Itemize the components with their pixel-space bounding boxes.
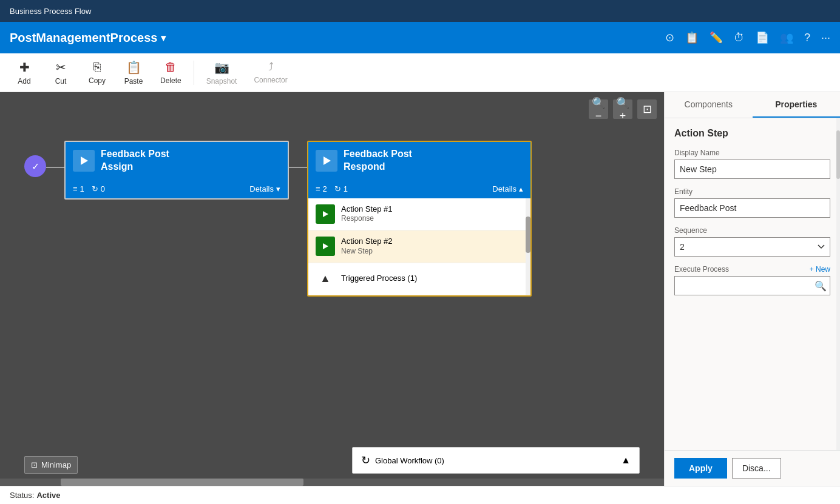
start-node-icon: ✓ bbox=[32, 161, 39, 172]
more-icon[interactable]: ··· bbox=[821, 32, 830, 44]
stage-1-conditions-count: 0 bbox=[101, 184, 105, 193]
sequence-select[interactable]: 2 1 3 bbox=[674, 237, 830, 257]
toolbar-separator-1 bbox=[194, 61, 194, 85]
section-title: Action Step bbox=[674, 128, 830, 139]
step-item-3[interactable]: ▲ Triggered Process (1) bbox=[308, 263, 530, 295]
minimap-label: Minimap bbox=[41, 460, 71, 469]
svg-marker-0 bbox=[81, 156, 88, 165]
step-item-2[interactable]: Action Step #2 New Step bbox=[308, 230, 530, 263]
validate-icon[interactable]: ⊙ bbox=[665, 31, 674, 44]
status-bar: Status: Active bbox=[0, 486, 840, 504]
stage-card-2[interactable]: Feedback PostRespond ≡ 2 ↻ 1 Details ▴ bbox=[307, 141, 532, 297]
stage-1-conditions-stat: ↻ 0 bbox=[92, 184, 105, 193]
clipboard-icon[interactable]: 📋 bbox=[685, 31, 699, 44]
stage-2-details-button[interactable]: Details ▴ bbox=[492, 184, 523, 193]
status-value: Active bbox=[36, 491, 60, 500]
canvas[interactable]: 🔍− 🔍+ ⊡ ✓ bbox=[0, 92, 664, 486]
stage-1-steps-stat: ≡ 1 bbox=[73, 184, 84, 193]
stage-2-conditions-count: 1 bbox=[344, 184, 348, 193]
snapshot-button[interactable]: 📷 Snapshot bbox=[199, 58, 245, 88]
tab-components[interactable]: Components bbox=[665, 92, 753, 118]
delete-label: Delete bbox=[160, 76, 181, 85]
global-workflow-collapse-button[interactable]: ▲ bbox=[621, 455, 631, 466]
paste-button[interactable]: 📋 Paste bbox=[117, 58, 151, 88]
stage-1-footer: ≡ 1 ↻ 0 Details ▾ bbox=[66, 180, 288, 198]
stage-2-details-label: Details bbox=[492, 184, 517, 193]
svg-marker-2 bbox=[323, 211, 328, 217]
panel-scroll-thumb[interactable] bbox=[836, 130, 840, 179]
step-2-text: Action Step #2 New Step bbox=[341, 237, 393, 256]
minimap-button[interactable]: ⊡ Minimap bbox=[24, 456, 78, 474]
title-bar-label: Business Process Flow bbox=[10, 7, 91, 16]
global-workflow-icon: ↻ bbox=[361, 454, 370, 467]
add-icon: ✚ bbox=[19, 60, 30, 75]
edit-icon[interactable]: ✏️ bbox=[710, 31, 723, 44]
sequence-label: Sequence bbox=[674, 226, 830, 235]
display-name-input[interactable] bbox=[674, 160, 830, 179]
canvas-scrollbar-thumb[interactable] bbox=[61, 479, 303, 486]
copy-icon: ⎘ bbox=[93, 60, 101, 74]
stage-1-details-button[interactable]: Details ▾ bbox=[249, 184, 280, 193]
global-workflow-label: Global Workflow (0) bbox=[375, 456, 444, 465]
panel-footer: Apply Disca... bbox=[665, 450, 840, 486]
scroll-thumb[interactable] bbox=[526, 217, 530, 253]
stage-2-footer: ≡ 2 ↻ 1 Details ▴ bbox=[308, 180, 530, 198]
copy-label: Copy bbox=[89, 76, 106, 85]
connector-button[interactable]: ⤴ Connector bbox=[246, 58, 294, 87]
display-name-label: Display Name bbox=[674, 149, 830, 157]
step-1-icon bbox=[316, 204, 335, 224]
header-title-area[interactable]: PostManagementProcess ▾ bbox=[10, 31, 166, 45]
users-icon[interactable]: 👥 bbox=[780, 31, 793, 44]
step-2-line1: Action Step #2 bbox=[341, 237, 393, 247]
conditions-icon-1: ↻ bbox=[92, 184, 98, 193]
right-panel: Components Properties Action Step Displa… bbox=[664, 92, 840, 486]
paste-icon: 📋 bbox=[126, 60, 141, 75]
title-dropdown-icon[interactable]: ▾ bbox=[161, 32, 166, 44]
entity-input[interactable] bbox=[674, 198, 830, 218]
entity-label: Entity bbox=[674, 187, 830, 196]
steps-list: Action Step #1 Response Action Step #2 bbox=[308, 198, 530, 295]
search-button[interactable]: 🔍 bbox=[815, 280, 827, 292]
step-1-line2: Response bbox=[341, 214, 393, 224]
svg-marker-1 bbox=[323, 156, 331, 165]
copy-doc-icon[interactable]: 📄 bbox=[756, 31, 769, 44]
tab-properties[interactable]: Properties bbox=[753, 92, 841, 118]
help-icon[interactable]: ? bbox=[804, 32, 810, 44]
execute-process-search-input[interactable] bbox=[674, 276, 830, 295]
process-title: PostManagementProcess bbox=[10, 31, 157, 45]
panel-scrollbar[interactable] bbox=[836, 118, 840, 450]
start-node[interactable]: ✓ bbox=[24, 155, 46, 177]
global-workflow-bar[interactable]: ↻ Global Workflow (0) ▲ bbox=[352, 447, 640, 474]
paste-label: Paste bbox=[124, 77, 143, 86]
cut-button[interactable]: ✂ Cut bbox=[44, 58, 78, 88]
delete-button[interactable]: 🗑 Delete bbox=[153, 58, 189, 87]
step-item-1[interactable]: Action Step #1 Response bbox=[308, 198, 530, 230]
apply-button[interactable]: Apply bbox=[674, 458, 727, 479]
step-3-line1: Triggered Process (1) bbox=[341, 274, 417, 284]
scroll-track bbox=[526, 198, 530, 295]
execute-process-search-wrap: 🔍 bbox=[674, 276, 830, 295]
stage-card-1[interactable]: Feedback PostAssign ≡ 1 ↻ 0 Details ▾ bbox=[64, 141, 289, 200]
connector-line-1 bbox=[46, 167, 64, 168]
new-link[interactable]: + New bbox=[810, 265, 830, 274]
copy-button[interactable]: ⎘ Copy bbox=[80, 58, 114, 87]
step-1-line1: Action Step #1 bbox=[341, 204, 393, 215]
panel-body: Action Step Display Name Entity Sequence… bbox=[665, 118, 840, 450]
canvas-scrollbar[interactable] bbox=[0, 479, 664, 486]
stage-2-title: Feedback PostRespond bbox=[344, 148, 412, 173]
execute-process-row: Execute Process + New bbox=[674, 265, 830, 274]
stage-2-header: Feedback PostRespond bbox=[308, 142, 530, 180]
stage-1-title: Feedback PostAssign bbox=[101, 148, 169, 173]
discard-button[interactable]: Disca... bbox=[732, 458, 781, 479]
steps-icon-2: ≡ bbox=[316, 184, 320, 193]
stage-1-details-icon: ▾ bbox=[276, 184, 280, 193]
history-icon[interactable]: ⏱ bbox=[734, 32, 745, 44]
svg-marker-3 bbox=[323, 243, 328, 249]
toolbar: ✚ Add ✂ Cut ⎘ Copy 📋 Paste 🗑 Delete 📷 Sn… bbox=[0, 53, 840, 92]
add-button[interactable]: ✚ Add bbox=[7, 58, 41, 88]
collapse-icon: ▲ bbox=[621, 455, 631, 465]
tab-properties-label: Properties bbox=[775, 99, 817, 109]
zoom-out-button[interactable]: 🔍− bbox=[589, 99, 608, 119]
fit-button[interactable]: ⊡ bbox=[637, 99, 657, 119]
zoom-in-button[interactable]: 🔍+ bbox=[613, 99, 632, 119]
